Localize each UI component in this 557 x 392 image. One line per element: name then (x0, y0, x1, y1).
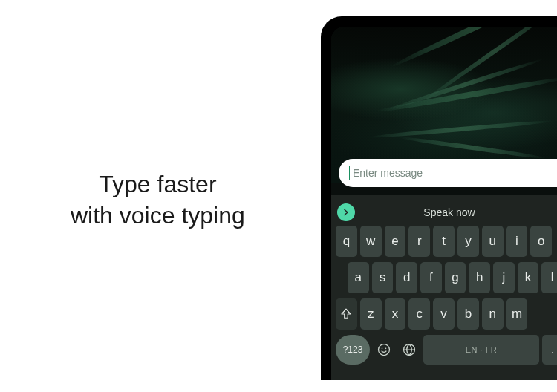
key-h[interactable]: h (469, 262, 490, 293)
message-input[interactable]: Enter message (339, 159, 557, 187)
hero-headline: Type faster with voice typing (71, 169, 245, 231)
shift-icon (339, 307, 353, 321)
globe-icon (402, 342, 417, 357)
key-r[interactable]: r (408, 226, 430, 257)
suggestion-bar: Speak now (336, 199, 557, 226)
svg-point-0 (379, 344, 390, 356)
key-l[interactable]: l (541, 262, 557, 293)
key-e[interactable]: e (385, 226, 406, 257)
symbols-key[interactable]: ?123 (336, 335, 370, 365)
key-j[interactable]: j (493, 262, 515, 293)
key-row-4: ?123 EN · FR . (336, 335, 557, 365)
key-f[interactable]: f (420, 262, 442, 293)
key-a[interactable]: a (348, 262, 369, 293)
key-n[interactable]: n (482, 298, 504, 330)
key-y[interactable]: y (457, 226, 479, 257)
spacebar[interactable]: EN · FR (423, 335, 539, 365)
key-b[interactable]: b (457, 298, 479, 330)
hero-line-1: Type faster (99, 171, 216, 197)
chevron-right-icon (342, 208, 351, 217)
phone-screen: Enter message Speak now q w e r t y u i … (331, 27, 557, 380)
key-s[interactable]: s (372, 262, 394, 293)
svg-point-2 (385, 348, 387, 350)
svg-point-1 (382, 348, 383, 350)
language-key[interactable] (398, 335, 420, 365)
message-placeholder: Enter message (353, 167, 423, 179)
key-x[interactable]: x (385, 298, 406, 330)
key-v[interactable]: v (433, 298, 455, 330)
key-m[interactable]: m (506, 298, 528, 330)
key-row-1: q w e r t y u i o (336, 226, 557, 257)
phone-frame: Enter message Speak now q w e r t y u i … (321, 16, 557, 380)
key-t[interactable]: t (433, 226, 455, 257)
key-z[interactable]: z (360, 298, 382, 330)
key-g[interactable]: g (445, 262, 466, 293)
period-key[interactable]: . (542, 335, 557, 365)
speak-now-label: Speak now (423, 206, 475, 218)
shift-key[interactable] (336, 298, 357, 330)
key-u[interactable]: u (482, 226, 504, 257)
key-w[interactable]: w (360, 226, 382, 257)
key-row-3: z x c v b n m (336, 298, 557, 330)
key-k[interactable]: k (518, 262, 539, 293)
expand-button[interactable] (337, 203, 355, 221)
emoji-key[interactable] (373, 335, 395, 365)
key-d[interactable]: d (396, 262, 417, 293)
key-q[interactable]: q (336, 226, 357, 257)
key-c[interactable]: c (408, 298, 430, 330)
key-row-2: a s d f g h j k l (336, 262, 557, 293)
hero-line-2: with voice typing (71, 202, 245, 229)
key-i[interactable]: i (506, 226, 528, 257)
keyboard: Speak now q w e r t y u i o a s d f g h … (331, 195, 557, 380)
emoji-icon (377, 342, 391, 357)
text-cursor (349, 166, 350, 180)
key-o[interactable]: o (530, 226, 552, 257)
